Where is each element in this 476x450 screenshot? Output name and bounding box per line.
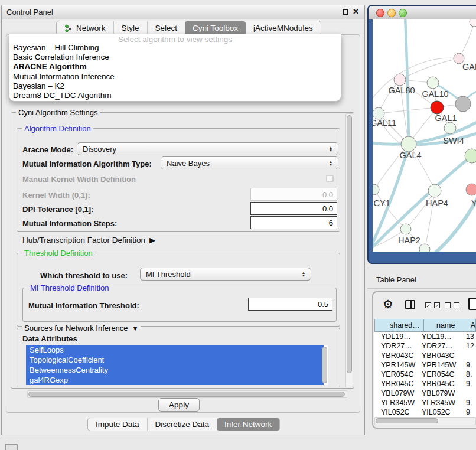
network-canvas[interactable]: GAL GAL80 GAL10 GAL1 GAL11 SWI4 GAL4 GCY… xyxy=(373,19,476,252)
which-threshold-value: MI Threshold xyxy=(141,270,299,279)
table-row[interactable]: YER054CYER054C8. xyxy=(374,370,476,379)
mi-steps-field[interactable]: 6 xyxy=(250,216,337,229)
mi-threshold-field[interactable]: 0.5 xyxy=(248,298,332,311)
sources-disclosure[interactable]: Sources for Network Inference ▼ xyxy=(22,324,141,332)
mi-type-combo[interactable]: Naive Bayes ▲▼ xyxy=(161,156,338,169)
network-node[interactable] xyxy=(466,184,476,195)
network-node-swi4[interactable] xyxy=(444,122,456,134)
columns-icon[interactable] xyxy=(405,300,415,309)
manual-kernel-checkbox[interactable] xyxy=(326,175,334,182)
node-label: HAP2 xyxy=(398,236,420,245)
table-body: YDL19…YDL19…13 YDR27…YDR27…12 YBR043CYBR… xyxy=(374,332,476,417)
menu-item-aracne[interactable]: ARACNE Algorithm xyxy=(12,62,338,71)
menu-item[interactable]: Bayesian – K2 xyxy=(12,81,338,91)
network-node-gal1[interactable] xyxy=(431,101,444,114)
tab-jactivemnodules[interactable]: jActiveMNodules xyxy=(246,21,321,35)
gear-icon[interactable]: ⚙ xyxy=(383,298,393,310)
node-label: HAP4 xyxy=(426,198,448,208)
settings-scrollbar-thumb[interactable] xyxy=(347,115,352,373)
menu-item[interactable]: Dream8 DC_TDC Algorithm xyxy=(12,91,338,100)
table-row[interactable]: YBR045CYBR045C9. xyxy=(374,379,476,389)
select-all-checkbox-icon[interactable]: ✓ xyxy=(434,302,440,308)
minimize-traffic-light[interactable] xyxy=(387,9,396,17)
edge[interactable] xyxy=(374,190,406,229)
network-graph-icon xyxy=(64,24,73,32)
panel-divider xyxy=(367,268,476,268)
network-node-hap2[interactable] xyxy=(400,224,411,234)
apply-button[interactable]: Apply xyxy=(158,398,200,412)
algorithm-options-list: Bayesian – Hill Climbing Basic Correlati… xyxy=(12,43,338,100)
network-node[interactable] xyxy=(419,244,430,252)
network-node-gal80[interactable] xyxy=(394,74,406,86)
list-item[interactable]: SelfLoops xyxy=(26,345,324,355)
network-view-window[interactable]: GAL GAL80 GAL10 GAL1 GAL11 SWI4 GAL4 GCY… xyxy=(367,5,476,264)
table-row[interactable]: YDL19…YDL19…13 xyxy=(374,332,476,341)
tab-style[interactable]: Style xyxy=(113,21,147,35)
close-traffic-light[interactable] xyxy=(376,9,384,17)
control-panel-title: Control Panel xyxy=(6,8,53,17)
table-row[interactable]: YDR27…YDR27…12 xyxy=(374,341,476,351)
edge[interactable] xyxy=(459,23,474,58)
table-row[interactable]: YBR043CYBR043C xyxy=(374,351,476,360)
node-label: GAL xyxy=(462,62,476,71)
network-node[interactable] xyxy=(465,149,476,163)
tab-cyni-toolbox[interactable]: Cyni Toolbox xyxy=(185,21,246,35)
network-node-gal4[interactable] xyxy=(401,136,416,152)
list-item[interactable]: TopologicalCoefficient xyxy=(26,355,324,365)
chevron-right-icon: ▶ xyxy=(149,236,155,244)
table-row[interactable]: YLR345WYLR345W9. xyxy=(374,398,476,407)
collapsed-panel-button[interactable] xyxy=(5,444,18,450)
node-label: SWI4 xyxy=(443,136,464,145)
attribute-list-scrollbar-thumb[interactable] xyxy=(322,347,327,383)
tab-select[interactable]: Select xyxy=(147,21,185,35)
edge[interactable] xyxy=(400,58,459,80)
tab-impute-data[interactable]: Impute Data xyxy=(88,418,147,431)
column-header-cut[interactable]: A xyxy=(468,319,475,331)
deselect-all-checkbox-icon[interactable] xyxy=(454,302,459,308)
mi-type-value: Naive Bayes xyxy=(161,159,326,168)
network-node-hap4[interactable] xyxy=(428,184,441,197)
network-node-gal11[interactable] xyxy=(373,107,384,119)
tab-discretize-data[interactable]: Discretize Data xyxy=(147,418,217,431)
column-header-shared-name[interactable]: shared… xyxy=(375,319,424,331)
dpi-tolerance-field[interactable]: 0.0 xyxy=(250,202,337,215)
network-window-titlebar[interactable] xyxy=(369,6,476,19)
panel-divider xyxy=(367,288,476,289)
tab-network[interactable]: Network xyxy=(57,21,113,35)
table-row[interactable]: YBL079WYBL079W xyxy=(374,389,476,398)
network-node[interactable] xyxy=(455,96,471,112)
menu-item[interactable]: Bayesian – Hill Climbing xyxy=(12,43,338,53)
list-item[interactable]: BetweennessCentrality xyxy=(26,365,324,375)
zoom-traffic-light[interactable] xyxy=(399,9,407,17)
export-table-icon[interactable] xyxy=(468,298,476,310)
mi-threshold-label: Mutual Information Threshold: xyxy=(28,301,139,310)
deselect-all-checkbox-icon[interactable] xyxy=(445,302,451,308)
kernel-width-field[interactable]: 0.0 xyxy=(250,188,337,201)
settings-hscrollbar-thumb[interactable] xyxy=(28,392,345,397)
control-panel-titlebar[interactable] xyxy=(2,5,364,19)
table-row[interactable]: YPR145WYPR145W9. xyxy=(374,360,476,370)
list-item[interactable]: gal4RGexp xyxy=(26,375,324,385)
float-window-icon[interactable] xyxy=(343,9,348,15)
hub-definition-disclosure[interactable]: Hub/Transcription Factor Definition ▶ xyxy=(22,236,155,244)
close-icon[interactable]: ✕ xyxy=(353,7,359,16)
network-node-gal10[interactable] xyxy=(427,77,439,89)
select-all-checkbox-icon[interactable]: ✓ xyxy=(425,302,431,308)
which-threshold-label: Which threshold to use: xyxy=(40,271,128,280)
menu-item[interactable]: Basic Correlation Inference xyxy=(12,53,338,62)
combo-arrows-icon: ▲▼ xyxy=(299,271,311,277)
which-threshold-combo[interactable]: MI Threshold ▲▼ xyxy=(140,268,311,281)
table-hscrollbar-thumb[interactable] xyxy=(376,418,438,423)
menu-item[interactable]: Mutual Information Inference xyxy=(12,72,338,81)
table-row[interactable]: YIL052CYIL052C9 xyxy=(374,407,476,417)
network-node-gcy1[interactable] xyxy=(373,184,379,195)
kernel-width-label: Kernel Width (0,1): xyxy=(22,191,90,200)
network-node[interactable] xyxy=(470,19,476,27)
node-label: GAL1 xyxy=(435,113,457,123)
aracne-mode-combo[interactable]: Discovery ▲▼ xyxy=(77,142,338,155)
threshold-definition-title: Threshold Definition xyxy=(22,249,95,257)
tab-infer-network[interactable]: Infer Network xyxy=(217,418,279,431)
column-header-name[interactable]: name xyxy=(424,319,468,331)
screenshot-root: Control Panel ✕ Network Style Select Cyn… xyxy=(0,0,476,450)
node-label: GAL80 xyxy=(388,86,415,95)
